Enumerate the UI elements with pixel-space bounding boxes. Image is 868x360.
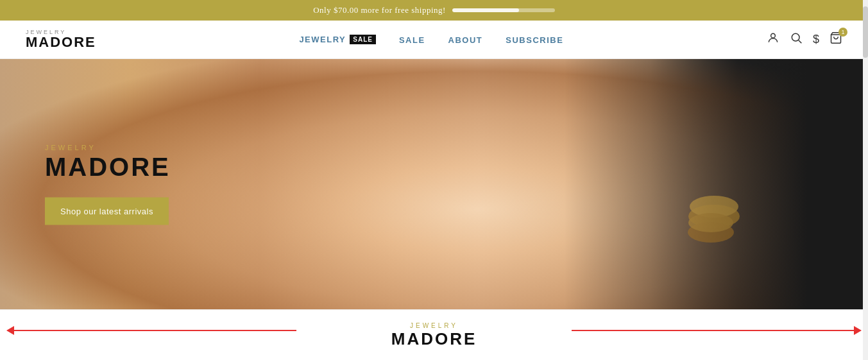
site-header: JEWELRY MADORE JEWELRY SALE SALE ABOUT [0, 21, 868, 59]
scrollbar-thumb[interactable] [863, 6, 868, 58]
annotation-arrow-right [572, 326, 862, 335]
svg-point-0 [771, 33, 776, 38]
announcement-bar: Only $70.00 more for free shipping! [0, 0, 868, 21]
hero-brand-name: MADORE [45, 154, 171, 180]
svg-line-2 [799, 40, 802, 44]
nav-item-subscribe[interactable]: SUBSCRIBE [506, 34, 563, 46]
hero-ring-svg [611, 94, 804, 274]
arrow-line-right [572, 330, 854, 331]
arrow-head-left [6, 326, 14, 335]
search-icon[interactable] [790, 31, 803, 47]
logo[interactable]: JEWELRY MADORE [26, 30, 96, 49]
footer-brand-name: MADORE [391, 329, 477, 349]
hero-jewelry-label: JEWELRY [45, 144, 171, 151]
scrollbar[interactable] [863, 0, 868, 360]
shipping-progress-bar [452, 8, 555, 12]
cart-icon[interactable]: 1 [830, 31, 842, 47]
hero-section: JEWELRY MADORE Shop our latest arrivals [0, 59, 868, 309]
annotation-arrow-left [6, 326, 296, 335]
announcement-text: Only $70.00 more for free shipping! [313, 5, 446, 15]
shipping-progress-fill [452, 8, 519, 12]
logo-brand-name: MADORE [26, 35, 96, 49]
nav-links: JEWELRY SALE SALE ABOUT SUBSCRIBE [299, 34, 563, 46]
nav-link-about[interactable]: ABOUT [448, 35, 483, 45]
svg-point-7 [688, 213, 733, 232]
page-wrapper: Only $70.00 more for free shipping! JEWE… [0, 0, 868, 360]
arrow-line-left [14, 330, 296, 331]
main-nav: JEWELRY SALE SALE ABOUT SUBSCRIBE [299, 34, 563, 46]
hero-cta-button[interactable]: Shop our latest arrivals [45, 198, 169, 225]
arrow-head-right [854, 326, 862, 335]
svg-point-1 [792, 33, 799, 41]
footer-brand-section: JEWELRY MADORE [0, 309, 868, 360]
currency-icon[interactable]: $ [813, 33, 819, 46]
cart-count-badge: 1 [838, 28, 847, 37]
nav-item-about[interactable]: ABOUT [448, 34, 483, 46]
header-icons: $ 1 [767, 31, 842, 47]
nav-sale-badge: SALE [350, 35, 376, 44]
hero-content: JEWELRY MADORE Shop our latest arrivals [45, 144, 171, 225]
nav-item-sale[interactable]: SALE [399, 34, 425, 46]
nav-link-jewelry[interactable]: JEWELRY [299, 35, 346, 44]
nav-link-subscribe[interactable]: SUBSCRIBE [506, 35, 563, 45]
account-icon[interactable] [767, 31, 779, 47]
nav-item-jewelry[interactable]: JEWELRY SALE [299, 35, 376, 44]
footer-jewelry-label: JEWELRY [410, 322, 458, 329]
nav-link-sale[interactable]: SALE [399, 35, 425, 45]
